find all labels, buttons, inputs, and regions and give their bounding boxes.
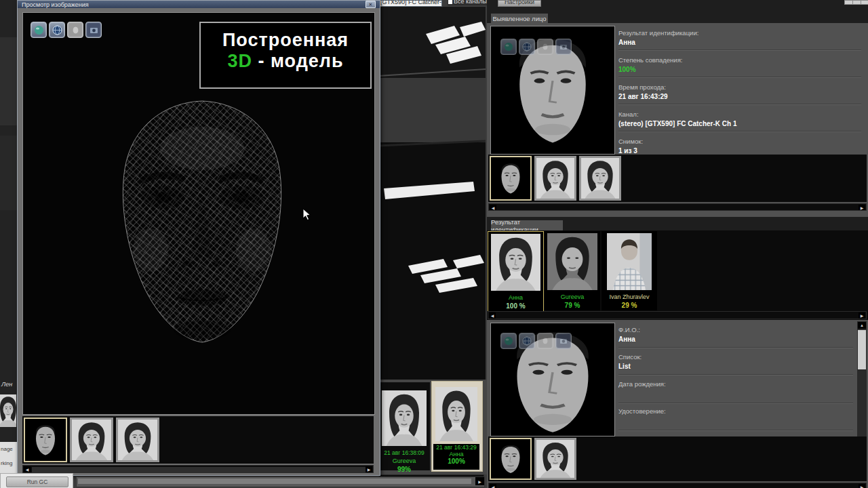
viewer-canvas[interactable]: Построенная 3D - модель — [22, 12, 375, 415]
face-thumbnail[interactable] — [116, 418, 159, 462]
scroll-right-arrow[interactable]: ▶ — [475, 477, 484, 485]
face-icon[interactable] — [537, 333, 553, 349]
candidate-card[interactable]: Gureeva 79 % — [545, 231, 600, 310]
field-row: Ф.И.О.: Анна — [618, 323, 853, 348]
all-channels-checkbox[interactable]: Все каналы — [448, 0, 490, 5]
detected-panel-body: Результат идентификации: Анна Степень со… — [487, 23, 868, 211]
close-icon[interactable]: ✕ — [366, 1, 376, 8]
background-text-fragment: nage — [1, 446, 18, 452]
event-time: 21 авг 16:43:29 — [433, 444, 479, 451]
event-photo — [435, 387, 477, 441]
scroll-left-arrow[interactable]: ◀ — [24, 466, 31, 472]
field-value: 1 из 3 — [618, 145, 861, 155]
face-thumbnail-selected[interactable] — [490, 438, 532, 480]
viewer-titlebar[interactable]: Просмотр изображения ✕ — [18, 1, 380, 8]
candidate-card-selected[interactable]: Анна 100 % — [488, 231, 544, 312]
right-panel-top-strip: Настройки — [487, 0, 868, 13]
candidate-name: Анна — [488, 294, 543, 301]
field-label: Результат идентификации: — [618, 26, 861, 37]
background-photo-fragment — [0, 394, 16, 427]
field-value: 100% — [618, 64, 861, 74]
tab-identification-result[interactable]: Результат идентификации — [491, 220, 563, 230]
candidate-score: 29 % — [601, 302, 657, 309]
field-label: Список: — [618, 350, 853, 361]
channel-combobox[interactable]: [GTX590] FC Catcher-K Ch 1 — [380, 0, 442, 7]
face-icon[interactable] — [67, 22, 83, 38]
globe-icon[interactable] — [500, 333, 517, 349]
event-card[interactable]: 21 авг 16:38:09 Gureeva 99% — [378, 382, 430, 470]
viewer-thumbs-strip — [22, 416, 374, 464]
field-label: Канал: — [618, 107, 861, 118]
face-thumbnail-selected[interactable] — [490, 156, 532, 201]
field-row: Время прохода: 21 авг 16:43:29 — [618, 80, 861, 104]
detected-thumbs-scrollbar[interactable]: ◀ ▶ — [488, 203, 867, 211]
scroll-left-arrow[interactable]: ◀ — [489, 312, 496, 319]
event-card-selected[interactable]: 21 авг 16:43:29 Анна 100% — [431, 381, 483, 472]
field-row: Список: List — [618, 350, 853, 375]
wireframe-globe-icon[interactable] — [49, 22, 65, 38]
bottom-scrollbar-thumb[interactable] — [78, 479, 471, 484]
field-label: Ф.И.О.: — [618, 323, 853, 333]
field-label: Дата рождения: — [618, 377, 853, 388]
scroll-right-arrow[interactable]: ▶ — [859, 312, 865, 319]
viewer-scrollbar[interactable]: ◀ ▶ — [22, 465, 374, 473]
event-label-area: 21 авг 16:43:29 Анна 100% — [433, 444, 479, 470]
caption-line2: 3D - модель — [201, 51, 370, 72]
face-thumbnail-selected[interactable] — [24, 418, 67, 462]
wireframe-globe-icon[interactable] — [519, 333, 535, 349]
bottom-scrollbar[interactable]: ▶ — [76, 476, 485, 487]
scroll-left-arrow[interactable]: ◀ — [490, 484, 496, 488]
scroll-left-arrow[interactable]: ◀ — [490, 205, 496, 210]
face-icon[interactable] — [537, 39, 553, 55]
caption-line1: Построенная — [201, 30, 370, 51]
event-score: 100% — [433, 458, 479, 465]
viewer-window: Просмотр изображения ✕ Построенная 3D - … — [17, 0, 380, 476]
settings-button-label: Настройки — [498, 0, 540, 5]
field-label: Время прохода: — [618, 80, 861, 91]
field-label: Удостоверение: — [618, 404, 853, 415]
field-label: Степень совпадения: — [618, 53, 861, 64]
identification-scrollbar[interactable]: ◀ ▶ — [488, 311, 867, 319]
field-value — [618, 388, 853, 398]
background-text-fragment: Лен — [1, 381, 12, 388]
event-name: Анна — [433, 451, 479, 458]
scroll-right-arrow[interactable]: ▶ — [859, 484, 865, 488]
candidate-photo — [547, 233, 597, 290]
field-row: Удостоверение: — [618, 404, 853, 430]
camera-view-background — [378, 7, 486, 380]
caption-rest: - модель — [252, 51, 344, 71]
person-face-image — [490, 323, 615, 436]
mouse-cursor — [302, 208, 311, 221]
wireframe-globe-icon[interactable] — [519, 39, 535, 55]
face-thumbnail[interactable] — [70, 418, 113, 462]
event-score: 99% — [378, 466, 430, 473]
snapshot-icon[interactable] — [555, 39, 572, 55]
globe-icon[interactable] — [31, 22, 47, 38]
snapshot-icon[interactable] — [85, 22, 102, 38]
candidate-photo — [607, 233, 652, 290]
globe-icon[interactable] — [500, 39, 517, 55]
face-thumbnail[interactable] — [534, 438, 576, 480]
scroll-right-arrow[interactable]: ▶ — [859, 205, 865, 210]
face-thumbnail[interactable] — [579, 156, 621, 201]
person-thumbs-scrollbar[interactable]: ◀ ▶ — [488, 483, 867, 488]
scrollbar-thumb[interactable] — [32, 467, 366, 472]
event-photo — [382, 390, 427, 446]
candidate-score: 100 % — [488, 302, 543, 310]
candidate-card[interactable]: Ivan Zhuravlev 29 % — [601, 231, 657, 310]
all-channels-label: Все каналы — [454, 0, 487, 5]
tab-detected-face[interactable]: Выявленное лицо — [491, 14, 548, 23]
vscrollbar-thumb[interactable] — [858, 330, 866, 369]
face-thumbnail[interactable] — [534, 156, 576, 201]
candidate-name: Gureeva — [545, 293, 600, 300]
field-value — [618, 415, 853, 425]
snapshot-icon[interactable] — [555, 333, 572, 349]
scroll-right-arrow[interactable]: ▶ — [366, 466, 372, 472]
window-close-button[interactable] — [861, 0, 868, 5]
settings-button[interactable]: Настройки — [498, 0, 541, 7]
field-value: Анна — [618, 37, 861, 47]
right-panel: Настройки Выявленное лицо Результат иден… — [487, 0, 868, 488]
scroll-up-arrow[interactable]: ▲ — [858, 322, 866, 329]
run-gc-button[interactable]: Run GC — [6, 476, 68, 487]
3d-mesh-face[interactable] — [83, 94, 321, 346]
